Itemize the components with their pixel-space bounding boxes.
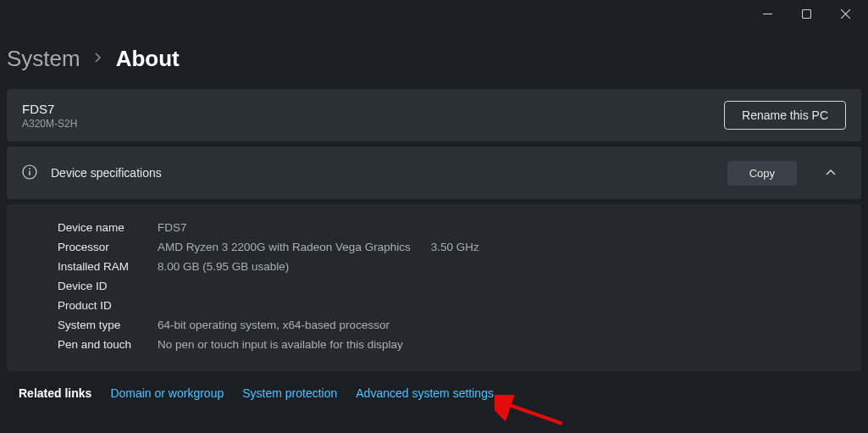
- device-spec-header[interactable]: Device specifications Copy: [7, 147, 861, 199]
- chevron-up-icon: [825, 167, 837, 179]
- breadcrumb: System About: [0, 27, 868, 89]
- spec-label-device-id: Device ID: [58, 280, 158, 292]
- info-icon: [22, 164, 37, 182]
- spec-row: Pen and touch No pen or touch input is a…: [58, 335, 843, 354]
- chevron-right-icon: [94, 52, 102, 66]
- spec-label-device-name: Device name: [58, 221, 158, 234]
- pc-model: A320M-S2H: [22, 118, 77, 130]
- spec-label-system-type: System type: [58, 319, 158, 331]
- spec-label-ram: Installed RAM: [58, 260, 158, 273]
- close-button[interactable]: [826, 0, 865, 27]
- minimize-button[interactable]: [748, 0, 787, 27]
- link-domain-workgroup[interactable]: Domain or workgroup: [110, 386, 224, 400]
- rename-pc-button[interactable]: Rename this PC: [724, 101, 846, 130]
- pc-info: FDS7 A320M-S2H: [22, 102, 77, 130]
- link-advanced-system-settings[interactable]: Advanced system settings: [356, 386, 494, 400]
- annotation-arrow: [495, 395, 571, 429]
- spec-label-product-id: Product ID: [58, 299, 158, 312]
- spec-value-system-type: 64-bit operating system, x64-based proce…: [158, 319, 390, 331]
- svg-rect-1: [802, 9, 810, 18]
- maximize-button[interactable]: [787, 0, 826, 27]
- copy-button[interactable]: Copy: [727, 161, 797, 186]
- spec-label-pen-touch: Pen and touch: [58, 338, 158, 351]
- device-spec-title: Device specifications: [51, 166, 714, 180]
- pc-name: FDS7: [22, 102, 77, 116]
- spec-row: Product ID: [58, 296, 843, 315]
- spec-value-pen-touch: No pen or touch input is available for t…: [158, 338, 403, 351]
- spec-value-ram: 8.00 GB (5.95 GB usable): [158, 260, 289, 273]
- breadcrumb-parent[interactable]: System: [7, 46, 80, 72]
- svg-point-5: [29, 168, 30, 169]
- device-spec-body: Device name FDS7 Processor AMD Ryzen 3 2…: [7, 204, 861, 371]
- page-title: About: [116, 46, 180, 72]
- titlebar: [0, 0, 868, 27]
- link-system-protection[interactable]: System protection: [242, 386, 337, 400]
- spec-row: System type 64-bit operating system, x64…: [58, 315, 843, 335]
- spec-row: Device ID: [58, 276, 843, 296]
- svg-line-7: [505, 403, 562, 424]
- spec-row: Device name FDS7: [58, 218, 843, 237]
- spec-row: Processor AMD Ryzen 3 2200G with Radeon …: [58, 237, 843, 257]
- pc-card: FDS7 A320M-S2H Rename this PC: [7, 89, 861, 142]
- spec-value-device-name: FDS7: [158, 221, 187, 234]
- spec-label-processor: Processor: [58, 241, 158, 253]
- spec-row: Installed RAM 8.00 GB (5.95 GB usable): [58, 257, 843, 276]
- related-links-title: Related links: [19, 386, 91, 400]
- collapse-toggle[interactable]: [815, 158, 846, 187]
- spec-value-processor: AMD Ryzen 3 2200G with Radeon Vega Graph…: [158, 241, 411, 253]
- spec-value-processor-speed: 3.50 GHz: [431, 241, 479, 253]
- related-links: Related links Domain or workgroup System…: [7, 376, 861, 400]
